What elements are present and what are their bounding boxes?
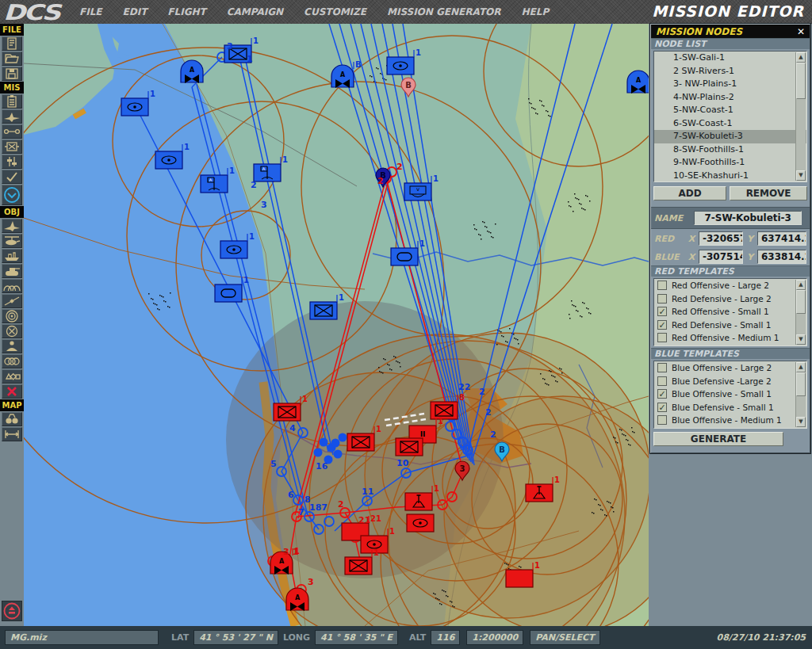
add-button[interactable]: ADD [653,186,726,200]
template-item[interactable]: Blue Defensive - Medium 1 [654,427,806,429]
airplane-button[interactable] [2,219,22,233]
blue-unit-dome[interactable]: A [181,60,203,83]
node-list-item[interactable]: 3- NW-Plains-1 [654,78,806,91]
checkbox-checked-icon[interactable]: ✓ [657,403,667,412]
route-button[interactable] [2,294,22,308]
checkbox-icon[interactable] [657,281,667,290]
template-item[interactable]: ✓Blue Defensive - Small 1 [654,401,806,414]
blue-templates-scrollbar[interactable]: ▲ ▼ [795,362,806,427]
node-list-item[interactable]: 4-NW-Plains-2 [654,91,806,105]
blue-waypoint-cluster[interactable] [320,438,328,447]
menu-edit[interactable]: EDIT [123,6,147,17]
node-list-item[interactable]: 6-SW-Coast-1 [654,117,806,131]
open-folder-button[interactable] [2,52,22,66]
red-y-field[interactable]: 637414.28 [757,231,806,246]
delete-button[interactable] [2,384,22,399]
ship-button[interactable] [2,249,22,263]
red-unit-eye[interactable] [407,514,434,532]
exit-button[interactable] [2,601,22,621]
close-icon[interactable]: ✕ [797,26,805,37]
template-item[interactable]: Red Offensive - Large 2 [654,279,806,292]
blue-wp-label: 3 [261,200,267,210]
node-list-item[interactable]: 7-SW-Kobuleti-3 [654,130,806,143]
checkbox-checked-icon[interactable]: ✓ [657,389,667,399]
scroll-thumb[interactable] [796,63,806,99]
red-templates-scrollbar[interactable]: ▲ ▼ [795,280,806,345]
template-item[interactable]: Blue Offensive - Large 2 [654,361,806,375]
link-button[interactable] [2,124,22,139]
blue-waypoint-cluster[interactable] [331,439,340,448]
menu-flight[interactable]: FLIGHT [167,6,205,17]
zone-button[interactable] [2,324,22,338]
troop-button[interactable] [2,339,22,353]
map-svg[interactable]: 1AABA111A1A11111v11118II112111A1A11BBB33… [24,24,649,626]
template-item[interactable]: ✓Red Defensive - Small 1 [654,319,806,332]
scale-field[interactable]: 1:200000 [466,630,523,645]
check-button[interactable] [2,170,22,184]
node-list-item[interactable]: 1-SW-Gali-1 [654,52,806,65]
options-button[interactable] [2,155,22,169]
new-file-button[interactable] [2,36,22,51]
template-item[interactable]: Blue Defensive -Large 2 [654,375,806,388]
scroll-up-icon[interactable]: ▲ [796,362,806,372]
node-list-item[interactable]: 9-NW-Foothills-1 [654,156,806,170]
node-list-item[interactable]: 8-SW-Foothills-1 [654,143,806,157]
helicopter-button[interactable] [2,234,22,248]
template-item[interactable]: Red Offensive - Medium 1 [654,331,806,345]
generate-button[interactable]: GENERATE [653,432,783,446]
checkbox-icon[interactable] [657,415,667,425]
template-item[interactable]: Red Defensive - Medium 1 [654,345,806,347]
checkbox-checked-icon[interactable]: ✓ [657,307,667,316]
scroll-up-icon[interactable]: ▲ [796,52,806,63]
menu-help[interactable]: HELP [522,6,550,17]
blue-x-field[interactable]: -307514.2 [699,250,743,264]
vehicle-button[interactable] [2,264,22,278]
template-item[interactable]: Blue Offensive - Medium 1 [654,414,806,427]
checkbox-icon[interactable] [657,376,667,386]
node-list-item[interactable]: 5-NW-Coast-1 [654,104,806,117]
menu-customize[interactable]: CUSTOMIZE [304,6,366,17]
svg-text:8: 8 [459,393,465,402]
ruler-button[interactable] [2,427,22,441]
checkbox-icon[interactable] [657,294,667,304]
red-x-field[interactable]: -320657.1 [699,231,743,246]
red-unit-xbox[interactable] [396,438,423,456]
map-canvas[interactable]: 1AABA111A1A11111v11118II112111A1A11BBB33… [24,24,649,626]
binoculars-button[interactable] [2,412,22,426]
failures-button[interactable] [2,139,22,154]
save-button[interactable] [2,67,22,81]
static-button[interactable] [2,279,22,293]
menu-mission-generator[interactable]: MISSION GENERATOR [387,6,501,17]
template-item[interactable]: ✓Red Offensive - Small 1 [654,305,806,319]
scroll-up-icon[interactable]: ▲ [796,280,806,290]
blue-waypoint-cluster[interactable] [314,449,323,457]
blue-y-field[interactable]: 633814.28 [757,250,806,264]
mode-field[interactable]: PAN/SELECT [530,630,599,645]
node-list-item[interactable]: 2 SW-Rivers-1 [654,65,806,78]
menu-file[interactable]: FILE [79,6,102,17]
checkbox-icon[interactable] [657,363,667,372]
rings-button[interactable] [2,354,22,368]
collapse-circle-button[interactable] [2,185,22,205]
node-list-item[interactable]: 10-SE-Khashuri-1 [654,170,806,183]
red-unit-dome[interactable]: A [286,588,308,611]
template-item[interactable]: ✓Blue Offensive - Small 1 [654,387,806,401]
scroll-down-icon[interactable]: ▼ [796,417,806,427]
scroll-thumb[interactable] [796,290,806,314]
scroll-down-icon[interactable]: ▼ [796,334,806,345]
payload-button[interactable] [2,109,22,124]
briefing-button[interactable] [2,94,22,109]
node-list-scrollbar[interactable]: ▲ ▼ [795,52,806,181]
shapes-button[interactable] [2,369,22,384]
scroll-down-icon[interactable]: ▼ [796,170,806,181]
checkbox-icon[interactable] [657,333,667,342]
template-item[interactable]: Red Defensive - Large 2 [654,292,806,306]
blue-waypoint-cluster[interactable] [339,433,347,442]
bullseye-button[interactable] [2,309,22,323]
scroll-thumb[interactable] [796,372,806,396]
name-field[interactable]: 7-SW-Kobuleti-3 [694,211,802,225]
menu-campaign[interactable]: CAMPAIGN [227,6,283,17]
blue-waypoint-cluster[interactable] [334,450,343,459]
checkbox-checked-icon[interactable]: ✓ [657,320,667,330]
remove-button[interactable]: REMOVE [730,186,807,200]
